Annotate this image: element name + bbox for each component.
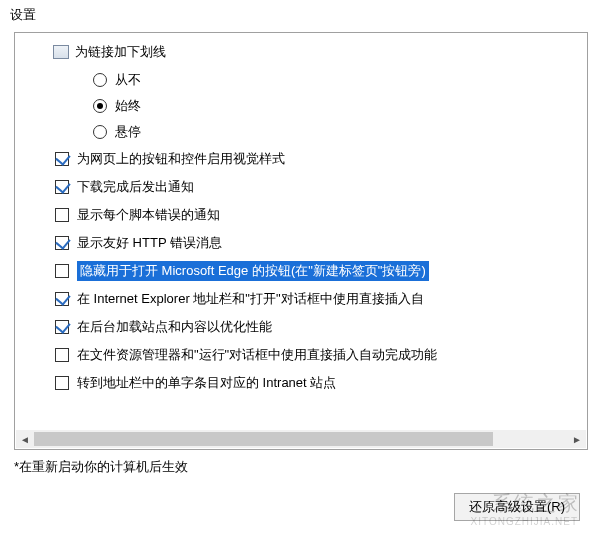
checkbox-indicator (55, 264, 69, 278)
settings-scroll-area: 为链接加下划线 从不 始终 悬停 为网页上的按钮和控件启用视觉样式下载完成后发出… (15, 33, 587, 429)
horizontal-scrollbar[interactable]: ◄ ► (16, 430, 586, 448)
checkbox-indicator (55, 320, 69, 334)
scroll-track[interactable] (34, 430, 568, 448)
checkbox-row[interactable]: 在后台加载站点和内容以优化性能 (55, 313, 581, 341)
checkbox-row[interactable]: 下载完成后发出通知 (55, 173, 581, 201)
settings-panel: 为链接加下划线 从不 始终 悬停 为网页上的按钮和控件启用视觉样式下载完成后发出… (14, 32, 588, 450)
group-label: 为链接加下划线 (75, 43, 166, 61)
radio-never[interactable]: 从不 (93, 67, 581, 93)
checkbox-indicator (55, 292, 69, 306)
checkbox-label: 在文件资源管理器和"运行"对话框中使用直接插入自动完成功能 (77, 346, 437, 364)
checkbox-label: 隐藏用于打开 Microsoft Edge 的按钮(在"新建标签页"按钮旁) (77, 261, 429, 281)
checkbox-indicator (55, 348, 69, 362)
checkbox-label: 转到地址栏中的单字条目对应的 Intranet 站点 (77, 374, 336, 392)
checkbox-indicator (55, 208, 69, 222)
restore-advanced-button[interactable]: 还原高级设置(R) (454, 493, 580, 521)
checkbox-row[interactable]: 为网页上的按钮和控件启用视觉样式 (55, 145, 581, 173)
checkbox-label: 显示友好 HTTP 错误消息 (77, 234, 222, 252)
checkbox-indicator (55, 236, 69, 250)
radio-hover[interactable]: 悬停 (93, 119, 581, 145)
checkbox-indicator (55, 180, 69, 194)
checkbox-indicator (55, 152, 69, 166)
checkbox-row[interactable]: 在 Internet Explorer 地址栏和"打开"对话框中使用直接插入自 (55, 285, 581, 313)
checkbox-label: 为网页上的按钮和控件启用视觉样式 (77, 150, 285, 168)
group-underline-links: 为链接加下划线 (53, 43, 581, 61)
checkbox-label: 下载完成后发出通知 (77, 178, 194, 196)
scroll-left-button[interactable]: ◄ (16, 430, 34, 448)
checkbox-label: 显示每个脚本错误的通知 (77, 206, 220, 224)
radio-label: 悬停 (115, 123, 141, 141)
radio-label: 始终 (115, 97, 141, 115)
checkbox-row[interactable]: 在文件资源管理器和"运行"对话框中使用直接插入自动完成功能 (55, 341, 581, 369)
checkbox-row[interactable]: 转到地址栏中的单字条目对应的 Intranet 站点 (55, 369, 581, 397)
radio-indicator (93, 125, 107, 139)
radio-label: 从不 (115, 71, 141, 89)
group-icon (53, 45, 69, 59)
checkbox-indicator (55, 376, 69, 390)
radio-indicator (93, 99, 107, 113)
checkbox-row[interactable]: 显示友好 HTTP 错误消息 (55, 229, 581, 257)
checkbox-row[interactable]: 隐藏用于打开 Microsoft Edge 的按钮(在"新建标签页"按钮旁) (55, 257, 581, 285)
section-title: 设置 (0, 0, 602, 28)
scroll-thumb[interactable] (34, 432, 493, 446)
checkbox-row[interactable]: 显示每个脚本错误的通知 (55, 201, 581, 229)
radio-always[interactable]: 始终 (93, 93, 581, 119)
checkbox-label: 在后台加载站点和内容以优化性能 (77, 318, 272, 336)
radio-indicator (93, 73, 107, 87)
checkbox-label: 在 Internet Explorer 地址栏和"打开"对话框中使用直接插入自 (77, 290, 424, 308)
scroll-right-button[interactable]: ► (568, 430, 586, 448)
restart-note: *在重新启动你的计算机后生效 (14, 458, 588, 476)
